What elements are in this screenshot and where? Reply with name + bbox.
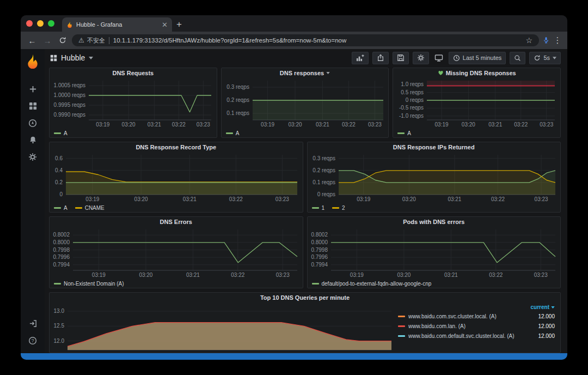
tab-title: Hubble - Grafana [76,21,158,28]
panel-title-text: Missing DNS Responses [446,70,516,76]
browser-tab[interactable]: Hubble - Grafana ✕ [62,17,172,32]
dashboard-settings-button[interactable] [413,52,429,64]
panel-dns-requests: DNS Requests1.0005 reqps1.0000 reqps0.99… [49,68,217,138]
bottom-highlight-strip [21,353,567,360]
svg-text:03:22: 03:22 [172,122,186,128]
sidebar-item-dashboards[interactable] [21,98,45,114]
browser-menu-icon[interactable]: ⋮ [553,35,562,45]
legend-table: currentwww.baidu.com.svc.cluster.local. … [395,302,558,352]
series-name: www.baidu.com.lan. (A) [408,323,528,329]
grafana-logo-icon[interactable] [25,53,40,69]
svg-text:03:22: 03:22 [489,272,503,278]
refresh-picker[interactable]: 5s [529,52,561,64]
new-tab-button[interactable]: + [172,17,186,32]
svg-text:03:19: 03:19 [350,272,363,278]
address-bar[interactable]: ⚠ 不安全 10.1.1.179:31332/d/5HftnJAWz/hubbl… [72,34,539,46]
svg-text:03:20: 03:20 [122,122,136,128]
legend-sort-header[interactable]: current [398,303,555,311]
panel-top-10-dns-queries-per-minute: Top 10 DNS Queries per minute13.012.512.… [49,292,561,353]
share-button[interactable] [372,52,389,64]
svg-text:0.7996: 0.7996 [311,254,328,260]
panel-title[interactable]: DNS Errors [50,217,303,226]
panel-missing-dns-responses: Missing DNS Responses1.0 reqps0.5 reqps0… [393,68,561,138]
panel-title[interactable]: Pods with DNS errors [308,217,561,226]
sidebar-item-alerting[interactable] [21,131,45,148]
svg-text:0.7994: 0.7994 [311,262,328,268]
panel-legend: ACNAME [50,204,303,212]
time-series-graph[interactable]: 1.0 reqps0.5 reqps0 reqps-0.5 reqps-1.0 … [395,77,558,128]
sidebar-item-configuration[interactable] [21,148,45,165]
legend-item[interactable]: A [226,130,240,136]
svg-text:0.1 reqps: 0.1 reqps [226,110,249,116]
series-name: A [407,130,411,136]
legend-item[interactable]: Non-Existent Domain (A) [54,281,124,287]
reload-button[interactable] [57,37,69,44]
forward-button[interactable]: → [41,36,53,45]
panel-title[interactable]: Missing DNS Responses [393,68,560,77]
magnifier-icon [514,55,521,62]
series-name: CNAME [85,205,105,211]
legend-item[interactable]: A [54,205,68,211]
svg-text:03:20: 03:20 [462,122,475,128]
window-zoom-button[interactable] [48,20,54,27]
legend-row[interactable]: www.baidu.com.default.svc.cluster.local.… [398,331,555,341]
window-minimize-button[interactable] [37,20,44,27]
legend-item[interactable]: CNAME [75,205,105,211]
time-series-graph[interactable]: 0.80020.80000.79980.79960.799403:1903:20… [52,226,301,279]
chevron-down-icon[interactable] [89,57,93,59]
dashboard-grid-icon[interactable] [50,55,57,62]
svg-text:03:22: 03:22 [229,196,243,202]
panel-title-text: Top 10 DNS Queries per minute [260,294,350,301]
voice-extension-icon[interactable] [542,37,550,44]
window-controls [26,15,62,32]
svg-text:03:19: 03:19 [85,196,99,202]
legend-item[interactable]: 2 [332,205,345,211]
time-series-graph[interactable]: 13.012.512.0 [52,302,395,352]
panel-title[interactable]: DNS responses [222,68,389,77]
sidebar-item-create[interactable] [21,81,45,98]
legend-row[interactable]: www.baidu.com.svc.cluster.local. (A)12.0… [398,311,555,321]
time-series-graph[interactable]: 1.0005 reqps1.0000 reqps0.9995 reqps0.99… [52,77,215,128]
sidebar-item-explore[interactable] [21,114,45,131]
tab-close-icon[interactable]: ✕ [162,21,168,28]
bookmark-star-icon[interactable]: ☆ [525,36,532,45]
add-panel-button[interactable] [352,52,369,64]
legend-row[interactable]: www.baidu.com.lan. (A)12.000 [398,321,555,331]
panel-title-text: Pods with DNS errors [403,219,464,225]
legend-item[interactable]: A [397,130,411,136]
back-button[interactable]: ← [26,36,38,45]
svg-text:0.9995 reqps: 0.9995 reqps [54,102,85,108]
panel-title[interactable]: DNS Requests [50,68,217,77]
svg-text:03:23: 03:23 [275,196,289,202]
panel-title[interactable]: Top 10 DNS Queries per minute [50,293,560,302]
time-series-graph[interactable]: 0.60.40.2003:1903:2003:2103:2203:23 [52,152,301,203]
gear-icon [417,54,425,62]
svg-text:0.3 reqps: 0.3 reqps [313,155,335,161]
grafana-navbar: Hubble [45,49,567,66]
share-icon [377,54,384,62]
sidebar-item-sign-in[interactable] [21,315,45,332]
time-range-picker[interactable]: Last 5 minutes [449,52,506,64]
time-series-graph[interactable]: 0.3 reqps0.2 reqps0.1 reqps03:1903:2003:… [224,77,387,128]
panel-title[interactable]: DNS Response IPs Returned [308,142,561,152]
svg-text:03:23: 03:23 [276,272,290,278]
time-series-graph[interactable]: 0.3 reqps0.2 reqps0.1 reqps0 reqps03:190… [310,152,559,203]
dashboard-title[interactable]: Hubble [61,53,85,62]
svg-text:03:23: 03:23 [197,122,210,128]
svg-text:03:22: 03:22 [514,122,528,128]
security-indicator[interactable]: ⚠ 不安全 [78,37,105,45]
svg-text:03:21: 03:21 [489,122,503,128]
save-dashboard-button[interactable] [393,52,409,64]
zoom-out-button[interactable] [510,52,525,64]
bell-icon [29,136,37,144]
sidebar-item-help[interactable]: ? [21,332,45,349]
legend-item[interactable]: A [54,130,68,136]
svg-text:03:19: 03:19 [261,122,274,128]
legend-item[interactable]: 1 [312,205,325,211]
panel-title[interactable]: DNS Response Record Type [50,142,303,152]
cycle-view-button[interactable] [433,52,445,64]
window-close-button[interactable] [26,20,33,27]
legend-item[interactable]: default/pod-to-external-fqdn-allow-googl… [312,281,432,287]
panel-legend: A [393,129,560,137]
time-series-graph[interactable]: 0.80020.80000.79980.79960.799403:1903:20… [310,226,559,279]
